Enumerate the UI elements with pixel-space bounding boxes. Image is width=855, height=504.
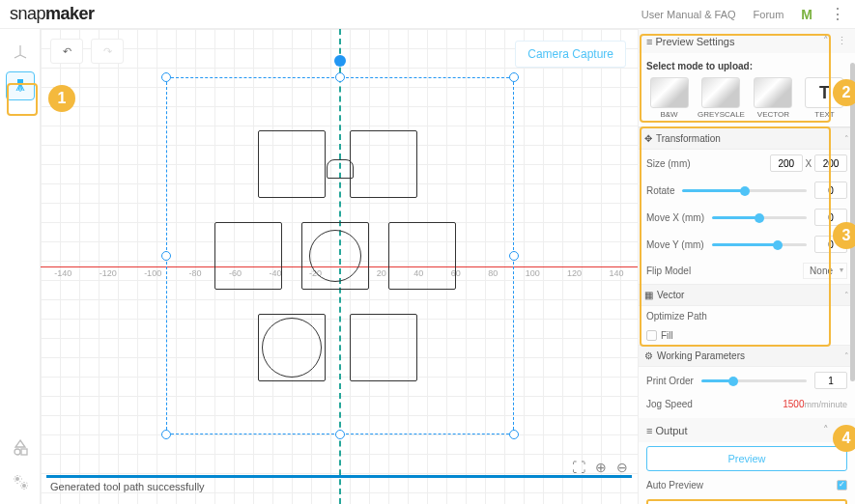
print-order-row: Print Order bbox=[639, 367, 855, 394]
movex-row: Move X (mm) bbox=[639, 204, 855, 231]
params-icon: ⚙ bbox=[644, 350, 653, 361]
top-bar: snapmaker User Manual & FAQ Forum M ⋮ bbox=[0, 0, 855, 29]
axes-tool-icon[interactable] bbox=[6, 37, 35, 66]
movex-slider[interactable] bbox=[712, 216, 807, 219]
collapse-icon[interactable]: ˄ bbox=[823, 35, 829, 47]
selection-box[interactable] bbox=[166, 77, 514, 434]
output-header[interactable]: ≡ Output ˄⋮ bbox=[639, 418, 855, 442]
generate-gcode-button[interactable]: Generate G-code bbox=[646, 499, 847, 504]
rotate-input[interactable] bbox=[814, 182, 847, 199]
annotation-4: 4 bbox=[833, 425, 855, 452]
vector-header[interactable]: ▦Vector˄ bbox=[639, 284, 855, 306]
svg-rect-2 bbox=[21, 449, 27, 455]
annotation-3: 3 bbox=[833, 222, 855, 249]
zoom-in-icon[interactable]: ⊕ bbox=[595, 460, 607, 475]
rotate-handle[interactable] bbox=[334, 55, 346, 67]
more-menu-icon[interactable]: ⋮ bbox=[830, 7, 845, 22]
collapse-icon[interactable]: ˄ bbox=[823, 424, 829, 436]
svg-point-4 bbox=[22, 484, 26, 488]
transform-icon: ✥ bbox=[644, 133, 652, 144]
left-toolbar bbox=[0, 29, 41, 504]
resize-handle[interactable] bbox=[161, 430, 171, 439]
resize-handle[interactable] bbox=[335, 430, 345, 439]
status-bar: Generated tool path successfully bbox=[46, 475, 632, 492]
logo: snapmaker bbox=[10, 4, 95, 24]
resize-handle[interactable] bbox=[509, 430, 519, 439]
preview-settings-header[interactable]: ≡ Preview Settings ˄⋮ bbox=[639, 29, 855, 53]
camera-capture-button[interactable]: Camera Capture bbox=[515, 41, 626, 68]
settings-tool-icon[interactable] bbox=[6, 467, 35, 496]
laser-tool-icon[interactable] bbox=[6, 71, 35, 100]
preview-button[interactable]: Preview bbox=[646, 446, 847, 471]
mode-vector[interactable]: VECTOR bbox=[751, 77, 796, 119]
view-controls: ⛶ ⊕ ⊖ bbox=[572, 460, 628, 475]
svg-rect-0 bbox=[17, 79, 23, 83]
flip-select[interactable]: None bbox=[803, 263, 847, 279]
mode-greyscale[interactable]: GREYSCALE bbox=[698, 77, 745, 119]
zoom-out-icon[interactable]: ⊖ bbox=[616, 460, 628, 475]
annotation-1: 1 bbox=[48, 85, 75, 112]
m-icon[interactable]: M bbox=[801, 7, 812, 22]
size-width-input[interactable] bbox=[770, 154, 803, 172]
top-links: User Manual & FAQ Forum M ⋮ bbox=[641, 7, 845, 22]
redo-button[interactable]: ↷ bbox=[91, 39, 124, 64]
resize-handle[interactable] bbox=[161, 72, 171, 82]
svg-point-1 bbox=[14, 449, 20, 455]
fullscreen-icon[interactable]: ⛶ bbox=[572, 460, 585, 475]
undo-button[interactable]: ↶ bbox=[50, 39, 83, 64]
manual-link[interactable]: User Manual & FAQ bbox=[641, 9, 736, 20]
movey-slider[interactable] bbox=[712, 243, 807, 246]
flip-row: Flip ModelNone bbox=[639, 258, 855, 284]
size-height-input[interactable] bbox=[814, 154, 847, 172]
auto-preview-row: Auto Preview bbox=[639, 475, 855, 495]
right-panel: ≡ Preview Settings ˄⋮ Select mode to upl… bbox=[638, 29, 855, 504]
print-order-slider[interactable] bbox=[701, 379, 807, 382]
rotate-slider[interactable] bbox=[682, 189, 807, 192]
annotation-2: 2 bbox=[833, 79, 855, 106]
svg-point-3 bbox=[15, 477, 19, 481]
resize-handle[interactable] bbox=[161, 251, 171, 261]
transformation-header[interactable]: ✥Transformation˄ bbox=[639, 127, 855, 150]
rotate-row: Rotate bbox=[639, 177, 855, 204]
vector-icon: ▦ bbox=[644, 290, 653, 300]
fill-checkbox[interactable]: Fill bbox=[639, 326, 855, 345]
auto-preview-checkbox[interactable] bbox=[837, 480, 847, 490]
movey-row: Move Y (mm) bbox=[639, 231, 855, 258]
working-params-header[interactable]: ⚙Working Parameters˄ bbox=[639, 345, 855, 367]
resize-handle[interactable] bbox=[509, 251, 519, 261]
jog-speed-row: Jog Speed1500mm/minute bbox=[639, 394, 855, 414]
forum-link[interactable]: Forum bbox=[754, 9, 784, 20]
optimize-row: Optimize Path bbox=[639, 306, 855, 326]
resize-handle[interactable] bbox=[509, 72, 519, 82]
size-row: Size (mm) X bbox=[639, 150, 855, 177]
panel-menu-icon[interactable]: ⋮ bbox=[837, 35, 847, 47]
resize-handle[interactable] bbox=[335, 72, 345, 82]
canvas[interactable]: -140-120-100-80-60-40-202040608010012014… bbox=[41, 29, 638, 504]
mode-bw[interactable]: B&W bbox=[646, 77, 692, 119]
select-mode-label: Select mode to upload: bbox=[646, 61, 847, 71]
shapes-tool-icon[interactable] bbox=[6, 433, 35, 462]
print-order-input[interactable] bbox=[814, 372, 847, 389]
